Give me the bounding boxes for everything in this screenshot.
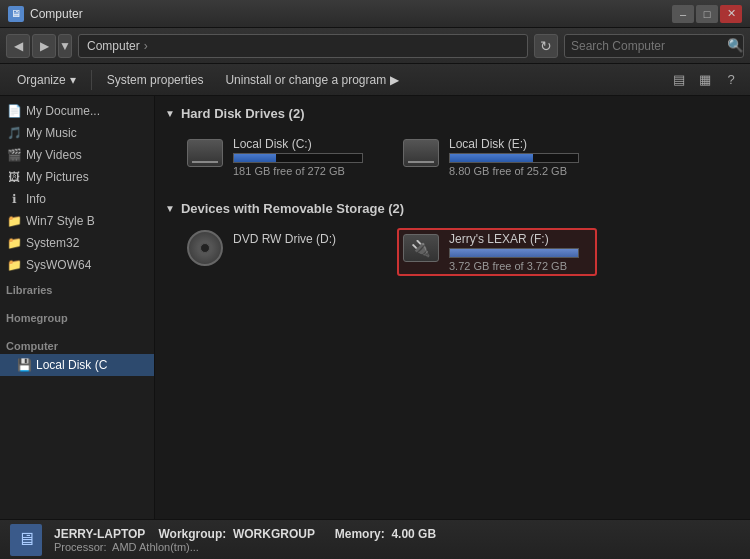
history-dropdown-button[interactable]: ▼ <box>58 34 72 58</box>
status-info: JERRY-LAPTOP Workgroup: WORKGROUP Memory… <box>54 527 740 553</box>
sidebar-label-mymusic: My Music <box>26 126 77 140</box>
drive-name-e: Local Disk (E:) <box>449 137 593 151</box>
drive-bar-container-f <box>449 248 579 258</box>
window-controls: – □ ✕ <box>672 5 742 23</box>
uninstall-button[interactable]: Uninstall or change a program ▶ <box>216 68 408 92</box>
minimize-button[interactable]: – <box>672 5 694 23</box>
music-icon: 🎵 <box>6 125 22 141</box>
hdd-section-header[interactable]: ▼ Hard Disk Drives (2) <box>165 106 740 121</box>
nav-buttons: ◀ ▶ ▼ <box>6 34 72 58</box>
uninstall-label: Uninstall or change a program <box>225 73 386 87</box>
drive-name-d: DVD RW Drive (D:) <box>233 232 377 246</box>
drive-item-f[interactable]: 🔌 Jerry's LEXAR (F:) 3.72 GB free of 3.7… <box>397 228 597 276</box>
drive-name-c: Local Disk (C:) <box>233 137 377 151</box>
hdd-drives-grid: Local Disk (C:) 181 GB free of 272 GB Lo… <box>165 133 740 181</box>
sidebar-label-myvideos: My Videos <box>26 148 82 162</box>
organize-button[interactable]: Organize ▾ <box>8 68 85 92</box>
disk-icon: 💾 <box>16 357 32 373</box>
folder-icon-2: 📁 <box>6 235 22 251</box>
sidebar-item-syswow64[interactable]: 📁 SysWOW64 <box>0 254 154 276</box>
refresh-button[interactable]: ↻ <box>534 34 558 58</box>
system-properties-label: System properties <box>107 73 204 87</box>
drive-item-d[interactable]: DVD RW Drive (D:) <box>181 228 381 276</box>
homegroup-label: Homegroup <box>6 312 68 324</box>
address-path[interactable]: Computer › <box>78 34 528 58</box>
drive-item-e[interactable]: Local Disk (E:) 8.80 GB free of 25.2 GB <box>397 133 597 181</box>
drive-bar-container-e <box>449 153 579 163</box>
sidebar-item-localdisk[interactable]: 💾 Local Disk (C <box>0 354 154 376</box>
drive-info-f: Jerry's LEXAR (F:) 3.72 GB free of 3.72 … <box>449 232 593 272</box>
system-properties-button[interactable]: System properties <box>98 68 213 92</box>
hdd-section-title: Hard Disk Drives (2) <box>181 106 305 121</box>
sidebar-item-mydocuments[interactable]: 📄 My Docume... <box>0 100 154 122</box>
hdd-triangle-icon: ▼ <box>165 108 175 119</box>
sidebar-label-localdisk: Local Disk (C <box>36 358 107 372</box>
sidebar-label-mypictures: My Pictures <box>26 170 89 184</box>
main-layout: 📄 My Docume... 🎵 My Music 🎬 My Videos 🖼 … <box>0 96 750 519</box>
sidebar-item-system32[interactable]: 📁 System32 <box>0 232 154 254</box>
help-button[interactable]: ? <box>720 69 742 91</box>
view-toggle-button-1[interactable]: ▤ <box>668 69 690 91</box>
removable-section-title: Devices with Removable Storage (2) <box>181 201 404 216</box>
drive-bar-container-c <box>233 153 363 163</box>
drive-name-f: Jerry's LEXAR (F:) <box>449 232 593 246</box>
sidebar-item-mymusic[interactable]: 🎵 My Music <box>0 122 154 144</box>
computer-status-icon: 🖥 <box>10 524 42 556</box>
info-icon: ℹ <box>6 191 22 207</box>
sidebar-section-libraries[interactable]: Libraries <box>0 276 154 298</box>
drive-bar-f <box>450 249 578 257</box>
sidebar-item-win7style[interactable]: 📁 Win7 Style B <box>0 210 154 232</box>
drive-space-e: 8.80 GB free of 25.2 GB <box>449 165 593 177</box>
drive-info-c: Local Disk (C:) 181 GB free of 272 GB <box>233 137 377 177</box>
view-toggle-button-2[interactable]: ▦ <box>694 69 716 91</box>
sidebar-label-syswow64: SysWOW64 <box>26 258 91 272</box>
back-button[interactable]: ◀ <box>6 34 30 58</box>
drive-item-c[interactable]: Local Disk (C:) 181 GB free of 272 GB <box>181 133 381 181</box>
sidebar-label-win7style: Win7 Style B <box>26 214 95 228</box>
sidebar-label-system32: System32 <box>26 236 79 250</box>
organize-arrow: ▾ <box>70 73 76 87</box>
path-label: Computer <box>87 39 140 53</box>
libraries-label: Libraries <box>6 284 52 296</box>
window-icon: 🖥 <box>8 6 24 22</box>
sidebar-item-myvideos[interactable]: 🎬 My Videos <box>0 144 154 166</box>
sidebar-label-mydocuments: My Docume... <box>26 104 100 118</box>
window-title: Computer <box>30 7 672 21</box>
video-icon: 🎬 <box>6 147 22 163</box>
sidebar-item-mypictures[interactable]: 🖼 My Pictures <box>0 166 154 188</box>
toolbar: Organize ▾ System properties Uninstall o… <box>0 64 750 96</box>
removable-section-header[interactable]: ▼ Devices with Removable Storage (2) <box>165 201 740 216</box>
close-button[interactable]: ✕ <box>720 5 742 23</box>
maximize-button[interactable]: □ <box>696 5 718 23</box>
drive-space-f: 3.72 GB free of 3.72 GB <box>449 260 593 272</box>
title-bar: 🖥 Computer – □ ✕ <box>0 0 750 28</box>
status-details: Processor: AMD Athlon(tm)... <box>54 541 740 553</box>
search-button[interactable]: 🔍 <box>727 35 744 57</box>
computer-label: Computer <box>6 340 58 352</box>
search-input[interactable] <box>565 39 727 53</box>
removable-drives-grid: DVD RW Drive (D:) 🔌 Jerry's LEXAR (F:) 3… <box>165 228 740 276</box>
sidebar-section-homegroup[interactable]: Homegroup <box>0 304 154 326</box>
content-area: ▼ Hard Disk Drives (2) Local Disk (C:) 1… <box>155 96 750 519</box>
dvd-icon-d <box>185 232 225 264</box>
sidebar: 📄 My Docume... 🎵 My Music 🎬 My Videos 🖼 … <box>0 96 155 519</box>
organize-label: Organize <box>17 73 66 87</box>
computer-name: JERRY-LAPTOP Workgroup: WORKGROUP Memory… <box>54 527 740 541</box>
drive-info-d: DVD RW Drive (D:) <box>233 232 377 248</box>
sidebar-item-info[interactable]: ℹ Info <box>0 188 154 210</box>
toolbar-right: ▤ ▦ ? <box>668 69 742 91</box>
drive-info-e: Local Disk (E:) 8.80 GB free of 25.2 GB <box>449 137 593 177</box>
hdd-icon-e <box>401 137 441 169</box>
search-box: 🔍 <box>564 34 744 58</box>
folder-icon-3: 📁 <box>6 257 22 273</box>
path-arrow: › <box>144 39 148 53</box>
folder-icon-1: 📁 <box>6 213 22 229</box>
drive-bar-e <box>450 154 533 162</box>
sidebar-section-computer[interactable]: Computer <box>0 332 154 354</box>
forward-button[interactable]: ▶ <box>32 34 56 58</box>
address-bar: ◀ ▶ ▼ Computer › ↻ 🔍 <box>0 28 750 64</box>
sidebar-label-info: Info <box>26 192 46 206</box>
more-arrow: ▶ <box>390 73 399 87</box>
removable-triangle-icon: ▼ <box>165 203 175 214</box>
status-bar: 🖥 JERRY-LAPTOP Workgroup: WORKGROUP Memo… <box>0 519 750 559</box>
